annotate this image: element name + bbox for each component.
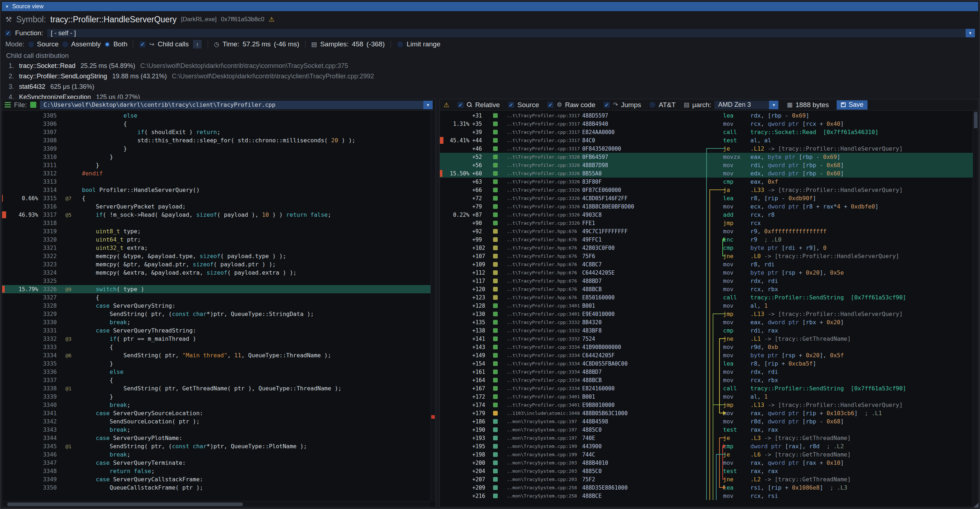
asm-location[interactable]: ..t\TracyProfiler.cpp:3317: [507, 138, 582, 143]
asm-scrollbar[interactable]: [973, 111, 978, 507]
asm-location[interactable]: ..t\TracyProfiler.cpp:3401: [507, 402, 582, 408]
file-list-icon[interactable]: [5, 102, 11, 108]
source-hscrollbar[interactable]: [2, 501, 431, 507]
source-line[interactable]: 3310 }: [2, 153, 431, 161]
collapse-icon[interactable]: ▼: [5, 4, 9, 9]
source-line[interactable]: 3331 case ServerQueryThreadString:: [2, 326, 431, 335]
source-line[interactable]: 3337 {: [2, 376, 431, 384]
source-line[interactable]: 3341 case ServerQuerySourceLocation:: [2, 409, 431, 417]
asm-location[interactable]: ..mon\TracySystem.cpp:199: [507, 452, 582, 457]
asm-location[interactable]: ..t\TracyProfiler.cpp:3334: [507, 369, 582, 375]
asm-location[interactable]: ..t\TracyProfiler.cpp:3334: [507, 386, 582, 391]
hscroll-thumb[interactable]: [7, 503, 243, 506]
mode-radio-source[interactable]: Source: [28, 40, 59, 48]
source-line[interactable]: 3306 {: [2, 120, 431, 128]
source-line[interactable]: 3340 break;: [2, 401, 431, 409]
raw-code-toggle[interactable]: ✓ ⚙ Raw code: [547, 101, 595, 109]
asm-location[interactable]: ..t\TracyProfiler.cpp:3332: [507, 336, 582, 342]
radio-icon[interactable]: [28, 41, 35, 48]
source-scrollbar[interactable]: [431, 111, 436, 501]
source-line[interactable]: 3343 break;: [2, 426, 431, 434]
source-line[interactable]: 3332@3 if( ptr == m_mainThread ): [2, 335, 431, 343]
source-line[interactable]: 3329 SendString( ptr, (const char*)ptr, …: [2, 310, 431, 318]
asm-location[interactable]: ..mon\TracySystem.cpp:258: [507, 485, 582, 490]
child-call-row[interactable]: 1.tracy::Socket::Read25.25 ms (54.89%)C:…: [6, 61, 978, 71]
source-line[interactable]: 3348 return false;: [2, 467, 431, 475]
source-line[interactable]: 3325: [2, 277, 431, 285]
source-line[interactable]: 3320 uint64_t ptr;: [2, 235, 431, 244]
source-line[interactable]: 3328 case ServerQueryString:: [2, 302, 431, 310]
asm-location[interactable]: ..t\TracyProfiler.cpp:3334: [507, 361, 582, 366]
asm-location[interactable]: ..t\TracyProfiler.hpp:676: [507, 286, 582, 292]
source-line[interactable]: 3323 memcpy( &ptr, &payload.ptr, sizeof(…: [2, 260, 431, 269]
source-line[interactable]: 3333 {: [2, 343, 431, 351]
source-line[interactable]: 3346 break;: [2, 450, 431, 459]
function-combo[interactable]: [ - self - ] ▼: [47, 29, 975, 38]
hot-line-marker[interactable]: [431, 415, 435, 419]
asm-location[interactable]: ..mon\TracySystem.cpp:197: [507, 427, 582, 433]
mode-radio-assembly[interactable]: Assembly: [62, 40, 100, 48]
mode-radio-both[interactable]: Both: [104, 40, 127, 48]
checkbox[interactable]: ✓: [547, 101, 554, 108]
source-line[interactable]: 3313: [2, 178, 431, 186]
uarch-combo[interactable]: AMD Zen 3 ▼: [714, 100, 779, 110]
asm-location[interactable]: ..t\TracyProfiler.hpp:676: [507, 237, 582, 242]
source-line[interactable]: 3319 uint8_t type;: [2, 227, 431, 235]
source-line[interactable]: 3305 else: [2, 111, 431, 120]
checkbox[interactable]: ✓: [603, 101, 610, 108]
resize-grip[interactable]: [974, 503, 978, 507]
radio-icon[interactable]: [649, 101, 656, 108]
asm-location[interactable]: ..t\TracyProfiler.cpp:3317: [507, 121, 582, 127]
source-line[interactable]: 3324 memcpy( &extra, &payload.extra, siz…: [2, 269, 431, 277]
asm-location[interactable]: ..t\TracyProfiler.cpp:3326: [507, 162, 582, 168]
source-line[interactable]: 3350 QueueCallstackFrame( ptr );: [2, 484, 431, 492]
source-line[interactable]: 3312#endif: [2, 169, 431, 178]
source-line[interactable]: 3308 std::this_thread::sleep_for( std::c…: [2, 136, 431, 145]
checkbox[interactable]: ✓: [457, 101, 464, 108]
source-line[interactable]: 3334@6 SendString( ptr, "Main thread", 1…: [2, 351, 431, 359]
asm-location[interactable]: ..t\TracyProfiler.hpp:676: [507, 278, 582, 284]
radio-icon[interactable]: [62, 41, 68, 48]
source-line[interactable]: 15.79%3326@9 switch( type ): [2, 285, 431, 293]
source-line[interactable]: 3321 uint32_t extra;: [2, 244, 431, 252]
asm-location[interactable]: ..mon\TracySystem.cpp:203: [507, 460, 582, 466]
asm-location[interactable]: ..t\TracyProfiler.cpp:3332: [507, 328, 582, 333]
source-line[interactable]: 3307 if( shouldExit ) return;: [2, 128, 431, 136]
asm-location[interactable]: ..t\TracyProfiler.cpp:3401: [507, 311, 582, 317]
asm-location[interactable]: ..t\TracyProfiler.cpp:3326: [507, 220, 582, 226]
source-line[interactable]: 3322 memcpy( &type, &payload.type, sizeo…: [2, 252, 431, 260]
source-toggle[interactable]: ✓ Source: [508, 101, 539, 109]
asm-location[interactable]: ..mon\TracySystem.cpp:258: [507, 493, 582, 499]
asm-location[interactable]: ..t\TracyProfiler.hpp:676: [507, 229, 582, 234]
asm-location[interactable]: ..t\TracyProfiler.cpp:3326: [507, 154, 582, 160]
source-line[interactable]: 3339 }: [2, 393, 431, 401]
asm-row[interactable]: +39..t\TracyProfiler.cpp:3317E824AA0000c…: [440, 128, 973, 136]
checkbox[interactable]: ✓: [508, 101, 515, 108]
source-line[interactable]: 3349 case ServerQueryCallstackFrame:: [2, 475, 431, 484]
asm-row[interactable]: +31..t\TracyProfiler.cpp:3317488D5597lea…: [440, 111, 973, 120]
asm-location[interactable]: ..t\TracyProfiler.hpp:676: [507, 270, 582, 275]
asm-location[interactable]: ..t\TracyProfiler.cpp:3317: [507, 146, 582, 151]
source-line[interactable]: 3311 }: [2, 161, 431, 169]
vscroll-thumb[interactable]: [974, 112, 977, 128]
asm-location[interactable]: ..t\TracyProfiler.cpp:3334: [507, 344, 582, 350]
source-line[interactable]: 3338@1 SendString( ptr, GetThreadName( p…: [2, 384, 431, 393]
asm-location[interactable]: ..t\TracyProfiler.cpp:3332: [507, 320, 582, 325]
asm-location[interactable]: ..t\TracyProfiler.cpp:3334: [507, 353, 582, 358]
source-line[interactable]: 3314bool Profiler::HandleServerQuery(): [2, 186, 431, 194]
function-checkbox[interactable]: ✓: [5, 30, 11, 37]
asm-location[interactable]: ..t\TracyProfiler.cpp:3401: [507, 303, 582, 309]
save-button[interactable]: Save: [837, 100, 867, 110]
relative-toggle[interactable]: ✓ Relative: [457, 101, 500, 109]
source-line[interactable]: 3344 case ServerQueryPlotName:: [2, 434, 431, 442]
asm-location[interactable]: ..t\TracyProfiler.cpp:3326: [507, 179, 582, 185]
att-syntax-toggle[interactable]: AT&T: [649, 101, 676, 109]
asm-location[interactable]: ..t\TracyProfiler.hpp:676: [507, 295, 582, 300]
asm-location[interactable]: ..t\TracyProfiler.cpp:3334: [507, 377, 582, 383]
asm-location[interactable]: ..t\TracyProfiler.cpp:3401: [507, 394, 582, 399]
asm-row[interactable]: 1.31%+35..t\TracyProfiler.cpp:3317488B49…: [440, 120, 973, 128]
asm-location[interactable]: ..mon\TracySystem.cpp:197: [507, 435, 582, 441]
asm-location[interactable]: ..t\TracyProfiler.cpp:3317: [507, 113, 582, 118]
source-line[interactable]: 3335 }: [2, 359, 431, 368]
jumps-toggle[interactable]: ✓ ↷ Jumps: [603, 101, 641, 109]
